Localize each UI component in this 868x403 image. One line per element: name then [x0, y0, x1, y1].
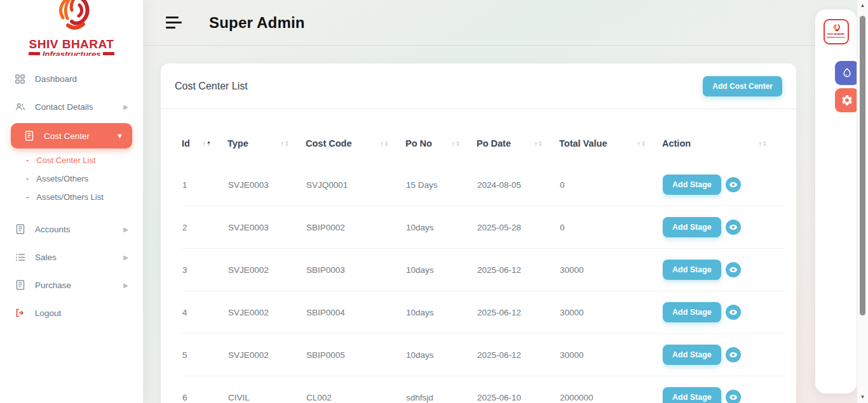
logout-icon	[15, 308, 25, 317]
cell-po-date: 2025-05-28	[477, 206, 559, 249]
eye-icon	[729, 180, 738, 189]
view-eye-button[interactable]	[726, 390, 741, 403]
rail-logo-badge: SHIV BHARAT Infrastructures	[824, 19, 849, 44]
logo-text-line1: SHIV BHARAT	[0, 38, 143, 50]
cell-total-value: 0	[559, 164, 662, 206]
cell-total-value: 0	[559, 206, 662, 249]
view-eye-button[interactable]	[726, 305, 741, 320]
company-logo: SHIV BHARAT Infrastructures	[0, 0, 143, 56]
view-eye-button[interactable]	[726, 177, 741, 192]
table-row: 6 CIVIL CL002 sdhfsjd 2025-06-10 2000000…	[182, 376, 783, 403]
sidebar-nav: Dashboard Contact Details ▶	[0, 56, 143, 327]
file-icon	[15, 224, 25, 234]
sidebar-item-label: Dashboard	[35, 74, 77, 84]
cell-type: SVJE0002	[227, 249, 306, 291]
column-header-po-date[interactable]: Po Date↑▲▼	[477, 109, 559, 164]
sort-icon[interactable]: ↑▲▼	[452, 140, 460, 147]
dash-bullet: -	[26, 174, 29, 183]
add-stage-button[interactable]: Add Stage	[663, 217, 721, 237]
sidebar-subitem-assets-others-list[interactable]: - Assets/Others List	[11, 188, 132, 206]
column-header-cost-code[interactable]: Cost Code↑▲▼	[306, 109, 405, 164]
action-cell: Add Stage	[663, 207, 767, 248]
sidebar-item-logout[interactable]: Logout	[11, 299, 132, 327]
column-header-action[interactable]: Action↑▲▼	[662, 109, 783, 164]
cell-po-no: 10days	[405, 206, 477, 249]
action-cell: Add Stage	[663, 164, 767, 205]
sidebar-subitem-label: Cost Center List	[36, 155, 95, 165]
sidebar-item-contact-details[interactable]: Contact Details ▶	[11, 93, 132, 121]
cell-po-no: 10days	[405, 249, 477, 291]
column-header-id[interactable]: Id↑▲▼	[182, 109, 227, 164]
eye-icon	[729, 223, 738, 232]
add-stage-button[interactable]: Add Stage	[663, 302, 721, 322]
eye-icon	[729, 350, 738, 359]
view-eye-button[interactable]	[726, 220, 741, 235]
sort-icon[interactable]: ↑▲▼	[759, 140, 767, 147]
cell-po-date: 2024-08-05	[477, 164, 559, 206]
list-icon	[15, 253, 25, 261]
cell-total-value: 2000000	[559, 376, 662, 403]
sort-icon[interactable]: ↑▲▼	[203, 140, 211, 147]
scrollbar-down-arrow[interactable]: ▼	[857, 394, 868, 400]
table-row: 3 SVJE0002 SBIP0003 10days 2025-06-12 30…	[182, 249, 783, 291]
add-stage-button[interactable]: Add Stage	[663, 387, 721, 403]
sidebar-item-sales[interactable]: Sales ▶	[11, 243, 132, 271]
sort-icon[interactable]: ↑▲▼	[281, 140, 289, 147]
card-title: Cost Center List	[175, 81, 248, 92]
scrollbar-thumb[interactable]	[860, 16, 865, 315]
settings-gear-button[interactable]	[835, 88, 859, 112]
cell-type: SVJE0002	[227, 334, 306, 376]
sidebar-subitem-assets-others[interactable]: - Assets/Others	[11, 169, 132, 188]
table-row: 5 SVJE0002 SBIP0005 10days 2025-06-12 30…	[182, 334, 783, 376]
sidebar-item-dashboard[interactable]: Dashboard	[11, 65, 132, 93]
view-eye-button[interactable]	[726, 347, 741, 362]
hamburger-menu-icon[interactable]	[166, 17, 182, 29]
theme-droplet-button[interactable]	[835, 61, 859, 85]
dash-bullet: -	[26, 155, 29, 165]
sort-icon[interactable]: ↑▲▼	[637, 140, 646, 147]
cell-type: SVJE0003	[227, 206, 306, 249]
sidebar-subitem-cost-center-list[interactable]: - Cost Center List	[11, 151, 132, 169]
add-stage-button[interactable]: Add Stage	[663, 345, 721, 365]
sidebar-item-label: Logout	[35, 308, 61, 318]
action-cell: Add Stage	[663, 249, 767, 290]
cell-cost-code: SBIP0002	[306, 206, 405, 249]
main-area: Super Admin Cost Center List Add Cost Ce…	[143, 0, 868, 403]
sort-icon[interactable]: ↑▲▼	[381, 140, 389, 147]
sidebar-item-purchase[interactable]: Purchase ▶	[11, 271, 132, 299]
add-stage-button[interactable]: Add Stage	[663, 175, 721, 195]
add-stage-button[interactable]: Add Stage	[663, 260, 721, 280]
column-header-po-no[interactable]: Po No↑▲▼	[405, 109, 477, 164]
grid-icon	[15, 74, 25, 84]
action-cell: Add Stage	[663, 377, 767, 403]
sort-icon[interactable]: ↑▲▼	[534, 140, 543, 147]
rail-logo-subtext: Infrastructures	[827, 36, 844, 39]
vertical-scrollbar[interactable]: ▲ ▼	[857, 0, 868, 403]
chevron-right-icon: ▶	[123, 282, 128, 289]
dash-bullet: -	[26, 192, 29, 202]
scrollbar-up-arrow[interactable]: ▲	[857, 3, 868, 9]
table-row: 2 SVJE0003 SBIP0002 10days 2025-05-28 0 …	[182, 206, 783, 249]
view-eye-button[interactable]	[726, 262, 741, 277]
sidebar-item-accounts[interactable]: Accounts ▶	[11, 215, 132, 243]
action-cell: Add Stage	[663, 334, 767, 375]
column-header-total-value[interactable]: Total Value↑▲▼	[559, 109, 662, 164]
gear-icon	[841, 94, 853, 107]
document-icon	[24, 131, 34, 141]
cell-id: 3	[182, 249, 227, 291]
cell-cost-code: SVJQ0001	[306, 164, 405, 206]
page-title: Super Admin	[209, 14, 305, 32]
cell-po-date: 2025-06-10	[477, 376, 559, 403]
cell-type: CIVIL	[227, 376, 306, 403]
sidebar-subitem-label: Assets/Others	[36, 174, 88, 183]
eye-icon	[729, 265, 738, 274]
sidebar-item-cost-center[interactable]: Cost Center ▼	[11, 123, 132, 149]
topbar: Super Admin	[143, 0, 868, 46]
table-header-row: Id↑▲▼ Type↑▲▼ Cost Code↑▲▼ Po No↑▲▼ Po D…	[182, 109, 783, 164]
eye-icon	[729, 393, 738, 402]
add-cost-center-button[interactable]: Add Cost Center	[703, 76, 782, 96]
eye-icon	[729, 308, 738, 317]
cell-po-no: 10days	[405, 291, 477, 334]
column-header-type[interactable]: Type↑▲▼	[227, 109, 306, 164]
logo-swirl-icon	[831, 24, 841, 33]
